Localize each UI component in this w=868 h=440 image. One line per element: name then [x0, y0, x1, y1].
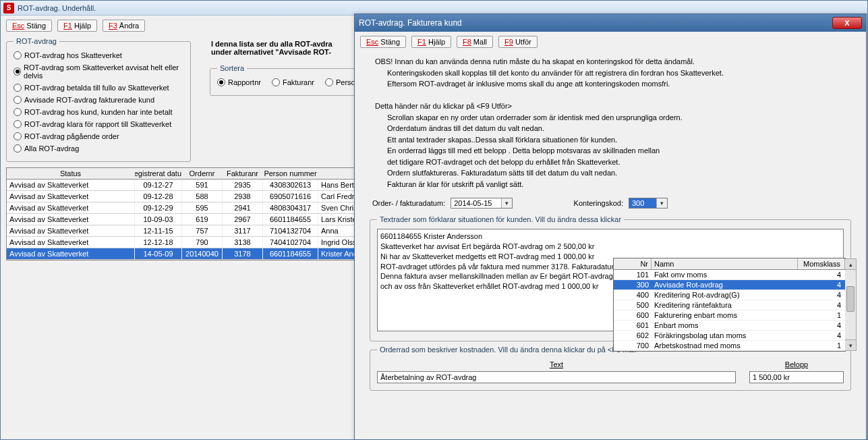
app-icon: S	[3, 3, 14, 13]
dropdown-item[interactable]: 600Fakturering enbart moms1	[614, 310, 845, 321]
dropdown-scrollbar[interactable]	[845, 258, 857, 351]
edit-button[interactable]: F3Ändra	[103, 20, 145, 32]
kont-label: Konteringskod:	[574, 199, 623, 207]
scroll-up-icon[interactable]	[845, 259, 856, 270]
info-text: OBS! Innan du kan använda denna rutin må…	[355, 51, 866, 195]
dialog-close-button[interactable]: EscStäng	[360, 36, 406, 48]
textlines-legend: Textrader som förklarar situationen för …	[377, 215, 624, 223]
radio-icon	[13, 67, 21, 76]
filter-label: ROT-avdrag klara för rapport till Skatte…	[24, 120, 171, 128]
dialog-toolbar: EscStäng F1Hjälp F8Mall F9Utför	[355, 32, 866, 51]
konteringskod-combo[interactable]	[629, 198, 668, 209]
dialog-title: ROT-avdrag. Fakturera kund	[359, 18, 462, 28]
filter-radio[interactable]: Avvisade ROT-avdrag fakturerade kund	[13, 94, 183, 106]
dropdown-item[interactable]: 500Kreditering räntefaktura4	[614, 300, 845, 310]
col-person[interactable]: Person nummer	[263, 168, 318, 179]
filter-legend: ROT-avdrag	[13, 37, 59, 45]
invoice-dialog: ROT-avdrag. Fakturera kund X EscStäng F1…	[354, 13, 867, 440]
sort-legend: Sortera	[217, 64, 247, 72]
sort-label: Fakturanr	[283, 78, 314, 86]
col-regdate[interactable]: Registrerat datum	[135, 168, 182, 179]
help-button[interactable]: F1Hjälp	[57, 20, 97, 32]
filter-label: ROT-avdrag betalda till fullo av Skattev…	[24, 84, 169, 92]
filter-label: Avvisade ROT-avdrag fakturerade kund	[24, 96, 154, 104]
filter-label: ROT-avdrag pågående order	[24, 132, 119, 140]
col-order[interactable]: Ordernr	[182, 168, 223, 179]
order-text-input[interactable]	[377, 371, 736, 383]
col-nr[interactable]: Nr	[614, 258, 652, 269]
filter-label: Alla ROT-avdrag	[24, 144, 79, 153]
radio-icon	[217, 78, 225, 86]
radio-icon	[325, 78, 333, 86]
radio-icon	[13, 51, 22, 59]
radio-icon	[13, 84, 22, 92]
orderrow-legend: Orderrad som beskriver kostnaden. Vill d…	[377, 346, 643, 354]
filter-label: ROT-avdrag hos Skatteverket	[24, 51, 122, 59]
chevron-down-icon[interactable]	[501, 198, 512, 208]
main-title: ROT-avdrag. Underhåll.	[18, 4, 96, 12]
col-status[interactable]: Status	[7, 168, 135, 179]
radio-icon	[13, 96, 22, 104]
date-input[interactable]	[451, 198, 513, 209]
execute-button[interactable]: F9Utför	[498, 36, 538, 48]
radio-icon	[13, 108, 22, 116]
filter-radio[interactable]: ROT-avdrag pågående order	[13, 130, 183, 142]
radio-icon	[13, 132, 22, 140]
order-amount-label: Belopp	[749, 360, 844, 368]
dialog-titlebar: ROT-avdrag. Fakturera kund X	[355, 14, 866, 32]
filter-radio[interactable]: Alla ROT-avdrag	[13, 142, 183, 155]
filter-label: ROT-avdrag som Skatteverket avvisat helt…	[24, 63, 183, 80]
orderrow-group: Orderrad som beskriver kostnaden. Vill d…	[370, 346, 851, 391]
date-field[interactable]	[451, 198, 501, 208]
dropdown-item[interactable]: 101Fakt omv moms4	[614, 270, 845, 280]
dropdown-header: Nr Namn Momsklass	[614, 258, 845, 270]
close-button[interactable]: EscStäng	[6, 20, 52, 32]
radio-icon	[13, 120, 22, 128]
sort-radio[interactable]: Rapportnr	[217, 76, 261, 88]
filter-label: ROT-avdrag hos kund, kunden har inte bet…	[24, 108, 173, 116]
close-icon[interactable]: X	[832, 17, 862, 29]
order-amount-input[interactable]	[749, 371, 844, 383]
radio-icon	[13, 144, 22, 153]
sort-label: Rapportnr	[228, 78, 261, 86]
dropdown-item[interactable]: 601Enbart moms4	[614, 321, 845, 331]
dropdown-item[interactable]: 700Arbetskostnad med moms1	[614, 341, 845, 351]
dropdown-item[interactable]: 400Kreditering Rot-avdrag(G)4	[614, 290, 845, 300]
sort-radio[interactable]: Fakturanr	[272, 76, 314, 88]
filter-radio[interactable]: ROT-avdrag hos kund, kunden har inte bet…	[13, 106, 183, 118]
col-namn[interactable]: Namn	[652, 258, 798, 269]
radio-icon	[272, 78, 280, 86]
filter-radio[interactable]: ROT-avdrag klara för rapport till Skatte…	[13, 118, 183, 130]
scroll-thumb[interactable]	[846, 286, 855, 312]
kont-field[interactable]	[629, 198, 656, 208]
scroll-down-icon[interactable]	[845, 339, 856, 350]
date-label: Order- / fakturadatum:	[372, 199, 445, 207]
col-faktura[interactable]: Fakturanr	[223, 168, 263, 179]
dropdown-item[interactable]: 602Föräkringsbolag utan moms4	[614, 331, 845, 341]
filter-radio[interactable]: ROT-avdrag hos Skatteverket	[13, 49, 183, 61]
template-button[interactable]: F8Mall	[457, 36, 493, 48]
dropdown-item[interactable]: 300Avvisade Rot-avdrag4	[614, 280, 845, 290]
col-momsklass[interactable]: Momsklass	[798, 258, 845, 269]
dialog-help-button[interactable]: F1Hjälp	[411, 36, 451, 48]
filter-radio[interactable]: ROT-avdrag betalda till fullo av Skattev…	[13, 82, 183, 94]
filter-group: ROT-avdrag ROT-avdrag hos SkatteverketRO…	[6, 37, 191, 162]
filter-radio[interactable]: ROT-avdrag som Skatteverket avvisat helt…	[13, 61, 183, 82]
chevron-down-icon[interactable]	[656, 198, 667, 208]
konteringskod-dropdown[interactable]: Nr Namn Momsklass 101Fakt omv moms4300Av…	[613, 258, 846, 352]
order-text-label: Text	[377, 360, 736, 368]
